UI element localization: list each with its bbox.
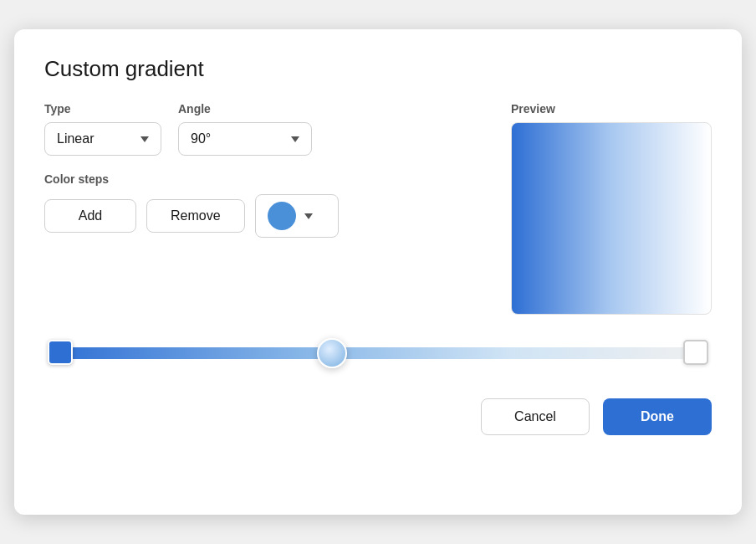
- angle-label: Angle: [178, 102, 312, 115]
- color-stop-left[interactable]: [48, 340, 73, 365]
- color-stop-right[interactable]: [683, 340, 708, 365]
- custom-gradient-dialog: Custom gradient Type Linear Angle 90°: [14, 29, 742, 515]
- gradient-slider-track: [48, 345, 708, 362]
- add-button[interactable]: Add: [44, 199, 136, 233]
- remove-button[interactable]: Remove: [146, 199, 245, 233]
- type-select-value: Linear: [57, 131, 132, 146]
- color-steps-controls: Add Remove: [44, 194, 478, 238]
- angle-select-value: 90°: [191, 131, 283, 146]
- type-control-group: Type Linear: [44, 102, 161, 156]
- controls-row: Type Linear Angle 90°: [44, 102, 478, 156]
- type-chevron-icon: [140, 136, 149, 142]
- gradient-track-background: [48, 347, 708, 359]
- angle-chevron-icon: [291, 136, 299, 142]
- type-select[interactable]: Linear: [44, 122, 161, 156]
- color-steps-label: Color steps: [44, 172, 478, 186]
- bottom-buttons: Cancel Done: [44, 398, 712, 435]
- color-picker-chevron-icon: [304, 213, 313, 219]
- cancel-button[interactable]: Cancel: [481, 398, 590, 435]
- gradient-slider-thumb[interactable]: [317, 338, 347, 368]
- angle-control-group: Angle 90°: [178, 102, 312, 156]
- gradient-slider-section: [44, 345, 712, 362]
- done-button[interactable]: Done: [603, 398, 712, 435]
- type-label: Type: [44, 102, 161, 115]
- angle-select[interactable]: 90°: [178, 122, 312, 156]
- color-picker-button[interactable]: [255, 194, 339, 238]
- top-section: Type Linear Angle 90° Color steps: [44, 102, 712, 315]
- preview-box: [511, 122, 712, 315]
- preview-section: Preview: [511, 102, 712, 315]
- preview-label: Preview: [511, 102, 712, 115]
- left-section: Type Linear Angle 90° Color steps: [44, 102, 478, 238]
- dialog-title: Custom gradient: [44, 56, 712, 82]
- color-swatch: [268, 202, 296, 230]
